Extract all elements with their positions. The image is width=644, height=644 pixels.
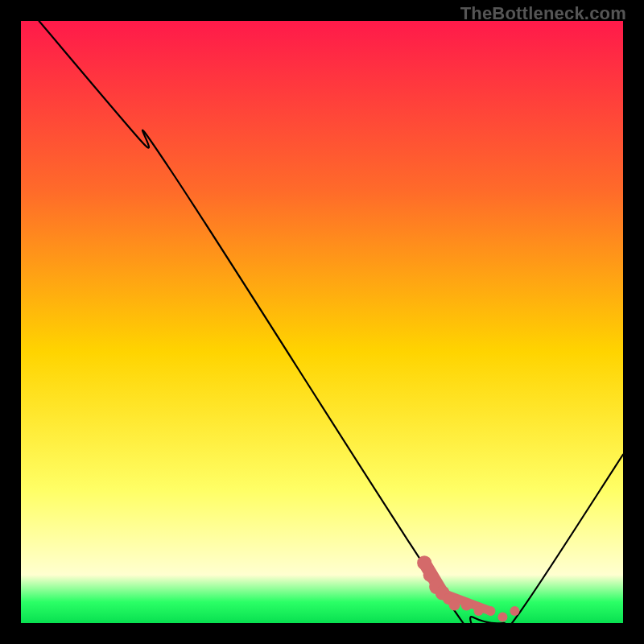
overlay-dot <box>461 600 473 611</box>
overlay-dot <box>473 606 483 616</box>
overlay-dot <box>510 606 519 616</box>
chart-svg <box>21 21 623 623</box>
plot-area <box>21 21 623 623</box>
chart-frame: TheBottleneck.com <box>0 0 644 644</box>
overlay-dot <box>497 613 507 622</box>
overlay-dot <box>485 606 495 616</box>
overlay-dot <box>449 600 460 611</box>
gradient-background <box>21 21 623 623</box>
